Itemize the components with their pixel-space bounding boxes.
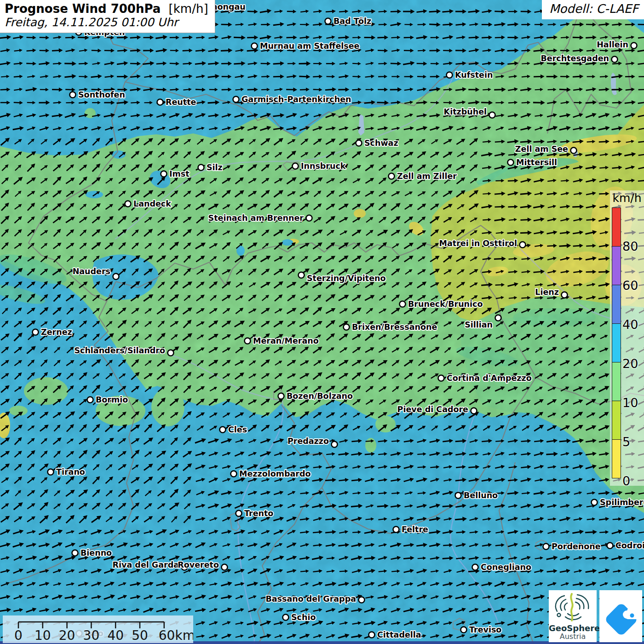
city-marker [231,471,237,477]
city-marker [87,397,93,403]
city-marker [72,550,78,556]
city-marker [562,292,568,298]
city-marker [592,500,598,506]
city: Imst [161,169,190,178]
geosphere-logo-text: GeoSphere [549,624,597,632]
city-marker [356,140,362,146]
city: Bassano del Grappa [265,594,364,604]
legend-segment [612,323,621,362]
city: Cortina d'Ampezzo [438,374,532,383]
city-marker [220,427,226,433]
city: Meran/Merano [245,336,319,345]
legend-segment [612,246,621,285]
city-label: Codroipo [615,541,644,550]
city: Bozen/Bolzano [278,391,353,401]
map-scale-bar: 0102030405060km [3,615,193,643]
city-marker [299,272,305,278]
city-marker [607,543,613,549]
city-label: Trento [244,509,273,518]
city-label: Matrei in Osttirol [439,239,517,248]
city: Cles [220,425,247,434]
city-marker [293,163,299,169]
legend-tick-label: 5 [622,435,644,449]
legend-tick-label: 0 [622,474,644,488]
city-label: Sonthofen [78,90,125,99]
city-marker [495,315,501,321]
legend-unit-label: km/h [610,191,644,205]
title-unit: [km/h] [169,2,208,16]
city-marker [222,564,228,570]
city-label: Landeck [133,199,171,208]
city-marker [325,18,331,24]
city-marker [472,564,478,570]
city-label: Bruneck/Brunico [408,299,483,309]
city-marker [70,92,76,98]
city-marker [471,408,477,414]
city-label: Cittadella [377,630,421,639]
city-marker [283,615,289,621]
legend-segment [612,207,621,247]
city-label: Spilimbergo [600,498,644,507]
city-label: Zernez [41,328,72,337]
city-label: Berchtesgaden [540,54,609,63]
city-marker [198,165,204,171]
city-label: Reutte [166,98,196,107]
city-label: Tirano [56,467,85,477]
city-label: Kufstein [455,70,493,80]
city-label: Schio [291,613,316,622]
title-parameter: Prognose Wind 700hPa [5,2,161,16]
city-label: Brixen/Bressanone [352,322,437,332]
city-marker [359,597,365,603]
city-label: Zell am Ziller [397,172,457,181]
scale-label: 30 [83,628,100,643]
scale-label: 20 [59,628,75,643]
city-label: Predazzo [288,437,329,446]
title-box: Prognose Wind 700hPa [km/h] Freitag, 14.… [0,0,215,33]
city-marker [306,215,312,221]
city-marker [125,201,131,207]
city-label: Bormio [96,395,128,404]
city-label: Sillian [465,320,493,329]
city-label: Steinach am Brenner [208,213,304,223]
city-marker [520,242,526,248]
city: Zell am See [515,144,577,154]
city: Zell am Ziller [389,172,457,181]
scale-label: 50 [132,628,148,643]
city-marker [369,632,375,638]
city-marker [344,324,350,330]
city-label: Feltre [402,525,428,534]
scale-label: 60km [159,628,193,643]
scale-label: 10 [34,628,51,643]
city-label: Imst [169,169,190,178]
city-marker [245,338,251,344]
city-marker [332,442,338,448]
city-label: Hallein [597,40,628,49]
city-label: Treviso [469,625,501,634]
legend-tick-label: 80 [622,239,644,253]
valid-time: Freitag, 14.11.2025 01:00 Uhr [5,16,208,29]
city-label: Schwaz [364,138,398,148]
model-label: Modell: C-LAEF [542,0,644,19]
city: Murnau am Staffelsee [252,41,360,51]
wind-forecast-map-page: SchongauBad TölzKemptenMurnau am Staffel… [0,0,644,644]
city-marker [400,301,406,307]
legend-tick-label: 40 [622,317,644,332]
city-label: Rovereto [178,560,219,569]
geosphere-logo: GeoSphere Austria [549,590,597,642]
city-label: Bienno [80,548,112,558]
page-title: Prognose Wind 700hPa [km/h] [5,2,208,16]
city: Sterzing/Vipiteno [299,272,386,283]
city-marker [461,627,467,633]
city-marker [447,72,453,78]
city-marker [543,544,549,550]
wind-map: SchongauBad TölzKemptenMurnau am Staffel… [0,0,644,644]
city-label: Kitzbühel [444,107,487,116]
legend-segment [612,362,621,401]
city-label: Bassano del Grappa [265,594,356,604]
city: Bruneck/Brunico [400,299,483,309]
city-marker [612,57,618,63]
city-label: Pordenone [552,542,601,551]
city: Sonthofen [70,90,125,99]
city: Pordenone [543,542,601,551]
legend-segment [612,439,621,478]
